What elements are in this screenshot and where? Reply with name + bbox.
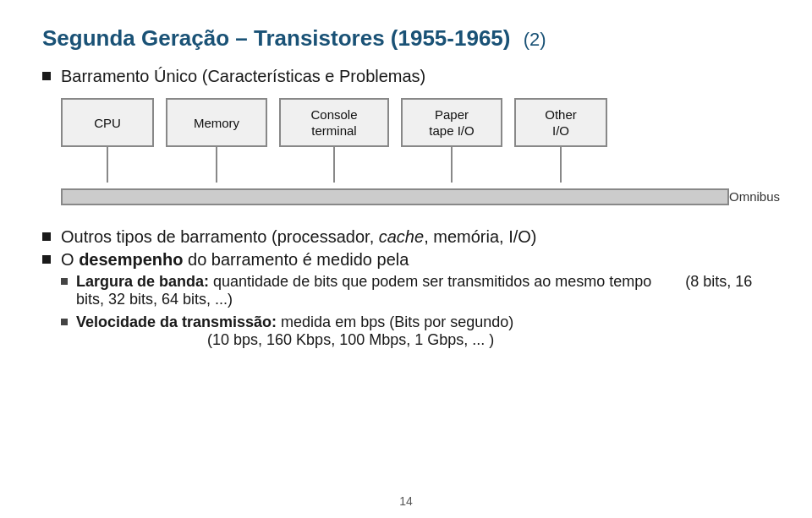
bullet-square-2 (42, 232, 51, 241)
console-label: Console terminal (310, 106, 357, 139)
bus-diagram: CPU Memory Console terminal Paper tape I… (61, 98, 754, 221)
title-main: Segunda Geração – Transistores (1955-196… (42, 25, 511, 51)
slide-title: Segunda Geração – Transistores (1955-196… (42, 25, 770, 52)
bullet-square-1 (42, 72, 51, 80)
paper-tape-box: Paper tape I/O (401, 98, 502, 147)
bold-velocidade: Velocidade da transmissão: (76, 314, 277, 330)
sub-bullets: Largura de banda: quantidade de bits que… (61, 273, 770, 349)
bold-desempenho: desempenho (79, 250, 183, 269)
sub-bullet-2-text: Velocidade da transmissão: medida em bps… (76, 314, 513, 349)
bullet-square-3 (42, 255, 51, 264)
bullet-1-text: Barramento Único (Características e Prob… (61, 67, 425, 86)
sub-bullet-square-1 (61, 278, 68, 285)
other-io-label: Other I/O (545, 106, 577, 139)
slide: Segunda Geração – Transistores (1955-196… (0, 0, 812, 518)
sub-bullet-1-text: Largura de banda: quantidade de bits que… (76, 273, 770, 308)
cpu-box: CPU (61, 98, 154, 147)
sub-bullet-1: Largura de banda: quantidade de bits que… (61, 273, 770, 308)
omnibus-label: Omnibus (729, 189, 780, 204)
bullet-1: Barramento Único (Características e Prob… (42, 67, 770, 86)
sub-bullet-2: Velocidade da transmissão: medida em bps… (61, 314, 770, 349)
paper-tape-label: Paper tape I/O (429, 106, 474, 139)
boxes-row: CPU Memory Console terminal Paper tape I… (61, 98, 607, 147)
other-io-box: Other I/O (514, 98, 607, 147)
console-box: Console terminal (279, 98, 389, 147)
omnibus-bar (61, 188, 729, 205)
sub-bullet-square-2 (61, 319, 68, 325)
bullet-2: Outros tipos de barramento (processador,… (42, 227, 770, 247)
page-number: 14 (399, 494, 413, 508)
bullet-2-text: Outros tipos de barramento (processador,… (61, 227, 536, 247)
memory-box: Memory (166, 98, 267, 147)
italic-cache: cache (379, 227, 424, 246)
title-num: (2) (524, 29, 546, 50)
bold-largura: Largura de banda: (76, 273, 209, 290)
bullet-3: O desempenho do barramento é medido pela (42, 250, 770, 270)
bullet-3-text: O desempenho do barramento é medido pela (61, 250, 409, 270)
